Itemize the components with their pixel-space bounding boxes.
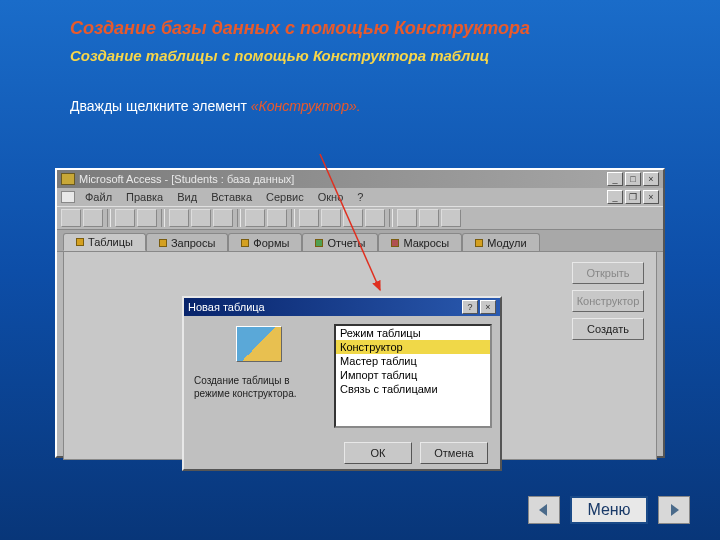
form-icon bbox=[241, 239, 249, 247]
child-restore-button[interactable]: ❐ bbox=[625, 190, 641, 204]
tab-label: Отчеты bbox=[327, 237, 365, 249]
list-item[interactable]: Связь с таблицами bbox=[336, 382, 490, 396]
arrow-right-icon bbox=[665, 502, 683, 518]
tab-label: Модули bbox=[487, 237, 526, 249]
titlebar: Microsoft Access - [Students : база данн… bbox=[57, 170, 663, 188]
close-button[interactable]: × bbox=[643, 172, 659, 186]
prev-button[interactable] bbox=[528, 496, 560, 524]
tab-content: Открыть Конструктор Создать Новая таблиц… bbox=[63, 252, 657, 460]
tab-label: Таблицы bbox=[88, 236, 133, 248]
child-minimize-button[interactable]: _ bbox=[607, 190, 623, 204]
next-button[interactable] bbox=[658, 496, 690, 524]
toolbar-icon[interactable] bbox=[115, 209, 135, 227]
menu-window[interactable]: Окно bbox=[312, 190, 350, 204]
tab-forms[interactable]: Формы bbox=[228, 233, 302, 251]
tab-macros[interactable]: Макросы bbox=[378, 233, 462, 251]
create-button[interactable]: Создать bbox=[572, 318, 644, 340]
toolbar-separator bbox=[291, 209, 295, 227]
cancel-button[interactable]: Отмена bbox=[420, 442, 488, 464]
menu-insert[interactable]: Вставка bbox=[205, 190, 258, 204]
design-button[interactable]: Конструктор bbox=[572, 290, 644, 312]
toolbar-icon[interactable] bbox=[397, 209, 417, 227]
minimize-button[interactable]: _ bbox=[607, 172, 623, 186]
tabs-bar: Таблицы Запросы Формы Отчеты Макросы Мод… bbox=[57, 230, 663, 252]
toolbar-icon[interactable] bbox=[441, 209, 461, 227]
list-item[interactable]: Режим таблицы bbox=[336, 326, 490, 340]
toolbar-icon[interactable] bbox=[321, 209, 341, 227]
footer-nav: Меню bbox=[528, 496, 690, 524]
list-item[interactable]: Мастер таблиц bbox=[336, 354, 490, 368]
menu-file[interactable]: Файл bbox=[79, 190, 118, 204]
dialog-title: Новая таблица bbox=[188, 301, 265, 313]
instruction-highlight: «Конструктор». bbox=[251, 98, 361, 114]
dialog-close-button[interactable]: × bbox=[480, 300, 496, 314]
toolbar-icon[interactable] bbox=[267, 209, 287, 227]
toolbar-separator bbox=[237, 209, 241, 227]
query-icon bbox=[159, 239, 167, 247]
toolbar-separator bbox=[389, 209, 393, 227]
toolbar-icon[interactable] bbox=[213, 209, 233, 227]
instruction-text: Дважды щелкните элемент «Конструктор». bbox=[0, 64, 720, 114]
menu-view[interactable]: Вид bbox=[171, 190, 203, 204]
page-title: Создание базы данных с помощью Конструкт… bbox=[0, 0, 720, 39]
tab-tables[interactable]: Таблицы bbox=[63, 233, 146, 251]
wizard-image-icon bbox=[236, 326, 282, 362]
tab-modules[interactable]: Модули bbox=[462, 233, 539, 251]
toolbar-separator bbox=[107, 209, 111, 227]
maximize-button[interactable]: □ bbox=[625, 172, 641, 186]
toolbar-icon[interactable] bbox=[83, 209, 103, 227]
report-icon bbox=[315, 239, 323, 247]
menu-tools[interactable]: Сервис bbox=[260, 190, 310, 204]
dialog-list[interactable]: Режим таблицы Конструктор Мастер таблиц … bbox=[334, 324, 492, 428]
tab-label: Макросы bbox=[403, 237, 449, 249]
toolbar-separator bbox=[161, 209, 165, 227]
toolbar bbox=[57, 206, 663, 230]
window-title: Microsoft Access - [Students : база данн… bbox=[79, 173, 294, 185]
document-icon bbox=[61, 191, 75, 203]
open-button[interactable]: Открыть bbox=[572, 262, 644, 284]
toolbar-icon[interactable] bbox=[245, 209, 265, 227]
toolbar-icon[interactable] bbox=[191, 209, 211, 227]
tab-label: Формы bbox=[253, 237, 289, 249]
tab-reports[interactable]: Отчеты bbox=[302, 233, 378, 251]
toolbar-icon[interactable] bbox=[365, 209, 385, 227]
child-close-button[interactable]: × bbox=[643, 190, 659, 204]
menu-edit[interactable]: Правка bbox=[120, 190, 169, 204]
arrow-left-icon bbox=[535, 502, 553, 518]
ok-button[interactable]: ОК bbox=[344, 442, 412, 464]
page-subtitle: Создание таблицы с помощью Конструктора … bbox=[0, 39, 720, 64]
toolbar-icon[interactable] bbox=[137, 209, 157, 227]
list-item-selected[interactable]: Конструктор bbox=[336, 340, 490, 354]
instruction-part1: Дважды щелкните элемент bbox=[70, 98, 251, 114]
toolbar-icon[interactable] bbox=[61, 209, 81, 227]
toolbar-icon[interactable] bbox=[299, 209, 319, 227]
dialog-titlebar: Новая таблица ? × bbox=[184, 298, 500, 316]
menubar: Файл Правка Вид Вставка Сервис Окно ? _ … bbox=[57, 188, 663, 206]
toolbar-icon[interactable] bbox=[169, 209, 189, 227]
macro-icon bbox=[391, 239, 399, 247]
new-table-dialog: Новая таблица ? × Создание таблицы в реж… bbox=[182, 296, 502, 471]
menu-help[interactable]: ? bbox=[351, 190, 369, 204]
table-icon bbox=[76, 238, 84, 246]
tab-queries[interactable]: Запросы bbox=[146, 233, 228, 251]
tab-label: Запросы bbox=[171, 237, 215, 249]
dialog-help-button[interactable]: ? bbox=[462, 300, 478, 314]
toolbar-icon[interactable] bbox=[343, 209, 363, 227]
module-icon bbox=[475, 239, 483, 247]
access-window: Microsoft Access - [Students : база данн… bbox=[55, 168, 665, 458]
list-item[interactable]: Импорт таблиц bbox=[336, 368, 490, 382]
dialog-caption: Создание таблицы в режиме конструктора. bbox=[194, 374, 324, 400]
toolbar-icon[interactable] bbox=[419, 209, 439, 227]
key-icon bbox=[61, 173, 75, 185]
menu-button[interactable]: Меню bbox=[570, 496, 648, 524]
